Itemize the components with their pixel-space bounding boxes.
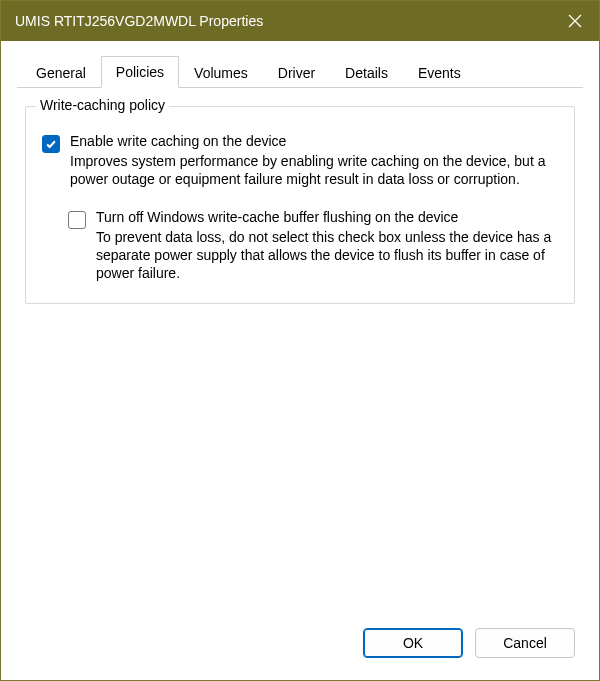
titlebar: UMIS RTITJ256VGD2MWDL Properties (1, 1, 599, 41)
close-icon (568, 14, 582, 28)
disable-flushing-row: Turn off Windows write-cache buffer flus… (68, 209, 558, 283)
check-icon (45, 138, 57, 150)
enable-write-caching-label[interactable]: Enable write caching on the device (70, 133, 558, 149)
group-label: Write-caching policy (36, 97, 169, 113)
policies-panel: Write-caching policy Enable write cachin… (17, 88, 583, 666)
client-area: General Policies Volumes Driver Details … (1, 41, 599, 680)
spacer (25, 304, 575, 620)
cancel-button[interactable]: Cancel (475, 628, 575, 658)
tab-volumes[interactable]: Volumes (179, 57, 263, 88)
tab-general[interactable]: General (21, 57, 101, 88)
ok-button[interactable]: OK (363, 628, 463, 658)
disable-flushing-text: Turn off Windows write-cache buffer flus… (96, 209, 558, 283)
disable-flushing-checkbox[interactable] (68, 211, 86, 229)
enable-write-caching-desc: Improves system performance by enabling … (70, 153, 558, 189)
window-title: UMIS RTITJ256VGD2MWDL Properties (15, 13, 263, 29)
tab-events[interactable]: Events (403, 57, 476, 88)
enable-write-caching-row: Enable write caching on the device Impro… (42, 133, 558, 189)
close-button[interactable] (551, 1, 599, 41)
tab-driver[interactable]: Driver (263, 57, 330, 88)
enable-write-caching-text: Enable write caching on the device Impro… (70, 133, 558, 189)
tab-strip: General Policies Volumes Driver Details … (17, 55, 583, 88)
disable-flushing-desc: To prevent data loss, do not select this… (96, 229, 558, 283)
enable-write-caching-checkbox[interactable] (42, 135, 60, 153)
tab-policies[interactable]: Policies (101, 56, 179, 88)
disable-flushing-label[interactable]: Turn off Windows write-cache buffer flus… (96, 209, 558, 225)
write-caching-group: Write-caching policy Enable write cachin… (25, 106, 575, 304)
dialog-buttons: OK Cancel (25, 620, 575, 658)
properties-dialog: UMIS RTITJ256VGD2MWDL Properties General… (0, 0, 600, 681)
tab-details[interactable]: Details (330, 57, 403, 88)
